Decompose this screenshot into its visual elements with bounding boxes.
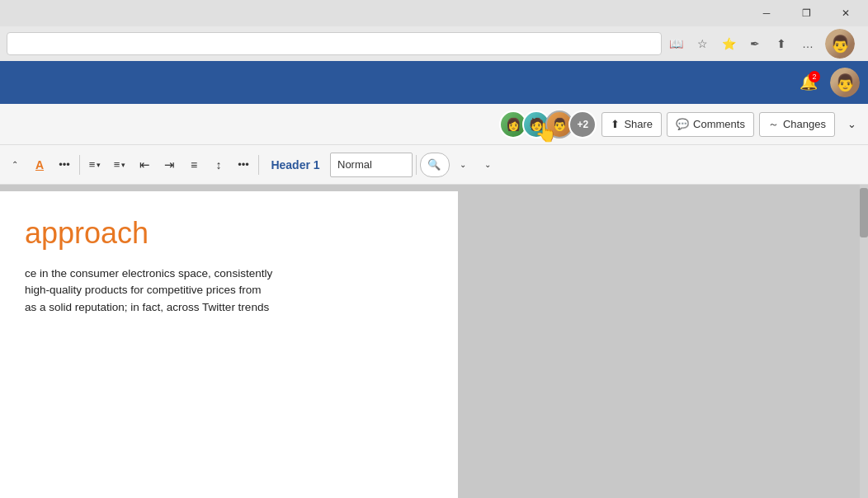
- numbered-list-icon: ≡: [114, 158, 120, 171]
- changes-label: Changes: [783, 118, 826, 130]
- search-icon: 🔍: [427, 158, 441, 171]
- search-chevron-down-icon: ⌄: [460, 160, 466, 169]
- toolbar-row: ⌃ A ••• ≡ ▾ ≡ ▾ ⇤ ⇥ ≡ ↕ •••: [0, 145, 868, 185]
- word-user-avatar[interactable]: 👨: [830, 68, 860, 97]
- comments-label: Comments: [693, 118, 745, 130]
- restore-button[interactable]: ❐: [787, 0, 825, 26]
- line-spacing-icon: ↕: [216, 158, 222, 171]
- search-chevron-down-button[interactable]: ⌄: [451, 152, 474, 178]
- line-spacing-button[interactable]: ↕: [207, 152, 230, 178]
- toolbar-expand-button[interactable]: ⌄: [476, 152, 499, 178]
- share-button[interactable]: ⬆ Share: [601, 112, 662, 137]
- share-label: Share: [624, 118, 653, 130]
- ribbon-header: 🔔 2 👨: [0, 61, 868, 104]
- more-font-icon: •••: [59, 158, 70, 171]
- comments-button[interactable]: 💬 Comments: [667, 112, 754, 137]
- close-button[interactable]: ✕: [827, 0, 865, 26]
- doc-paragraph-2: high-quality products for competitive pr…: [25, 282, 425, 298]
- comments-icon: 💬: [676, 118, 689, 130]
- increase-indent-button[interactable]: ⇥: [158, 152, 181, 178]
- changes-icon: ～: [768, 117, 779, 132]
- search-box[interactable]: 🔍: [420, 153, 450, 177]
- toolbar-chevron-left-button[interactable]: ⌃: [3, 152, 26, 178]
- collab-extra-count[interactable]: +2: [568, 110, 597, 139]
- chevron-down-icon: ⌄: [847, 118, 856, 130]
- sign-icon[interactable]: ✒: [746, 35, 764, 53]
- collab-avatars: 👩 🧑 👨 +2: [499, 110, 597, 139]
- browser-toolbar: 📖 ☆ ⭐ ✒ ⬆ … 👨: [0, 26, 868, 61]
- separator-1: [79, 155, 80, 175]
- more-toolbar-button[interactable]: •••: [232, 152, 255, 178]
- collab-bar: 👩 🧑 👨 +2 ⬆ Share 💬 Comments ～ Changes ⌄: [0, 104, 868, 145]
- changes-button[interactable]: ～ Changes: [759, 112, 835, 137]
- doc-right-panel: [458, 185, 860, 498]
- more-toolbar-icon: •••: [238, 158, 249, 171]
- collab-chevron-down-button[interactable]: ⌄: [840, 111, 863, 138]
- doc-page: approach ce in the consumer electronics …: [0, 191, 458, 498]
- doc-area: approach ce in the consumer electronics …: [0, 185, 868, 498]
- chevron-left-icon: ⌃: [12, 160, 18, 169]
- browser-icons: 📖 ☆ ⭐ ✒ ⬆ … 👨: [667, 29, 861, 59]
- notification-badge: 2: [809, 71, 820, 82]
- doc-heading: approach: [25, 216, 425, 251]
- window-frame: ─ ❐ ✕ 📖 ☆ ⭐ ✒ ⬆ … 👨 🔔 2: [0, 0, 868, 498]
- reading-list-icon[interactable]: ⭐: [719, 35, 738, 53]
- notification-button[interactable]: 🔔 2: [794, 68, 823, 97]
- share-browser-icon[interactable]: ⬆: [772, 35, 790, 53]
- font-color-icon: A: [35, 158, 44, 171]
- separator-2: [258, 155, 259, 175]
- style-label: Header 1: [262, 158, 328, 171]
- doc-paragraph-3: as a solid reputation; in fact, across T…: [25, 299, 425, 316]
- scrollbar-thumb[interactable]: [860, 188, 868, 237]
- decrease-indent-button[interactable]: ⇤: [133, 152, 156, 178]
- browser-user-avatar[interactable]: 👨: [825, 29, 855, 59]
- numbered-list-button[interactable]: ≡ ▾: [108, 152, 131, 178]
- vertical-scrollbar[interactable]: [860, 185, 868, 498]
- increase-indent-icon: ⇥: [164, 157, 175, 172]
- normal-style-box[interactable]: Normal: [330, 153, 413, 177]
- font-color-button[interactable]: A: [28, 152, 51, 178]
- bullet-list-icon: ≡: [89, 158, 96, 171]
- word-user-avatar-img: 👨: [830, 68, 860, 97]
- more-font-button[interactable]: •••: [53, 152, 76, 178]
- more-browser-icon[interactable]: …: [799, 35, 817, 53]
- decrease-indent-icon: ⇤: [139, 157, 150, 172]
- bullet-list-button[interactable]: ≡ ▾: [83, 152, 106, 178]
- doc-paragraph-1: ce in the consumer electronics space, co…: [25, 265, 425, 282]
- align-button[interactable]: ≡: [182, 152, 205, 178]
- expand-icon: ⌄: [484, 160, 491, 169]
- reader-view-icon[interactable]: 📖: [667, 35, 685, 53]
- bullet-dropdown-icon: ▾: [97, 161, 101, 169]
- normal-style-label: Normal: [337, 158, 372, 171]
- window-controls: ─ ❐ ✕: [748, 0, 865, 26]
- address-bar[interactable]: [7, 32, 662, 55]
- title-bar: ─ ❐ ✕: [0, 0, 868, 26]
- numbered-dropdown-icon: ▾: [121, 161, 125, 169]
- minimize-button[interactable]: ─: [748, 0, 785, 26]
- separator-3: [416, 155, 417, 175]
- user-avatar-img: 👨: [825, 29, 855, 59]
- align-icon: ≡: [191, 158, 197, 171]
- share-icon: ⬆: [611, 118, 620, 130]
- favorites-icon[interactable]: ☆: [693, 35, 711, 53]
